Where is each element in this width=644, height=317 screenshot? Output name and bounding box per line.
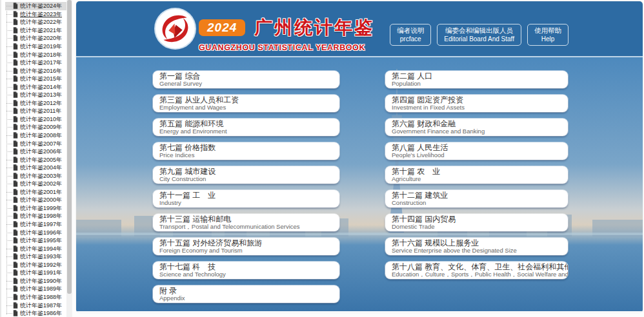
- sidebar-item-yearbook[interactable]: 统计年鉴2006年: [5, 148, 66, 156]
- chapter-button[interactable]: 第三篇 从业人员和工资 Employment and Wages: [153, 95, 339, 112]
- header-button[interactable]: 使用帮助 Help: [527, 24, 569, 46]
- sidebar-item-yearbook[interactable]: 统计年鉴2017年: [5, 59, 66, 67]
- sidebar-item-yearbook[interactable]: 统计年鉴2023年: [5, 10, 66, 19]
- header-button-label-cn: 编委会和编辑出版人员: [444, 26, 514, 35]
- sidebar-item-yearbook[interactable]: 统计年鉴1990年: [5, 277, 66, 285]
- header-button[interactable]: 编委会和编辑出版人员 Editorial Board And Staff: [437, 24, 521, 46]
- sidebar-item-yearbook[interactable]: 统计年鉴2024年: [5, 2, 66, 10]
- document-icon: [13, 75, 18, 82]
- yearbook-item-label: 统计年鉴1996年: [20, 229, 62, 236]
- document-icon: [13, 11, 18, 17]
- chapter-button[interactable]: 第十一篇 工 业 Industry: [153, 190, 339, 207]
- chapter-button[interactable]: 第十三篇 运输和邮电 Transport，Postal and Telecomm…: [153, 214, 339, 231]
- sidebar-item-yearbook[interactable]: 统计年鉴2009年: [5, 123, 66, 131]
- chapter-button[interactable]: 第九篇 城市建设 City Construction: [153, 166, 339, 184]
- sidebar-item-yearbook[interactable]: 统计年鉴1994年: [5, 244, 66, 253]
- document-icon: [13, 189, 18, 195]
- sidebar-item-yearbook[interactable]: 统计年鉴1989年: [5, 285, 66, 293]
- sidebar-item-yearbook[interactable]: 统计年鉴1999年: [5, 204, 66, 213]
- chapter-button[interactable]: 第五篇 能源和环境 Energy and Environment: [153, 119, 339, 136]
- chapter-button[interactable]: 第十四篇 国内贸易 Domestic Trade: [385, 214, 568, 231]
- sidebar-item-yearbook[interactable]: 统计年鉴2007年: [5, 139, 66, 148]
- sidebar-scrollbar-thumb[interactable]: [67, 0, 72, 294]
- sidebar-item-yearbook[interactable]: 统计年鉴1995年: [5, 236, 66, 245]
- sidebar-item-yearbook[interactable]: 统计年鉴1987年: [5, 301, 66, 309]
- document-icon: [13, 180, 18, 187]
- sidebar-item-yearbook[interactable]: 统计年鉴2013年: [5, 91, 66, 99]
- sidebar-item-yearbook[interactable]: 统计年鉴2000年: [5, 196, 66, 204]
- chapter-column-right: 第二篇 人口 Population 第四篇 固定资产投资 Investment …: [385, 71, 568, 279]
- sidebar-item-yearbook[interactable]: 统计年鉴2014年: [5, 82, 66, 91]
- sidebar-item-yearbook[interactable]: 统计年鉴1988年: [5, 293, 66, 302]
- yearbook-item-label: 统计年鉴2000年: [20, 197, 62, 203]
- document-icon: [13, 310, 18, 316]
- yearbook-item-label: 统计年鉴1986年: [20, 310, 62, 316]
- chapter-title-en: Agriculture: [392, 176, 568, 183]
- document-icon: [13, 164, 18, 171]
- chapter-button[interactable]: 第十七篇 科 技 Science and Technology: [153, 262, 339, 279]
- document-icon: [13, 108, 18, 114]
- page-title-cn: 广州统计年鉴: [254, 15, 374, 40]
- chapter-button[interactable]: 第六篇 财政和金融 Government Finance and Banking: [385, 119, 568, 136]
- sidebar-item-yearbook[interactable]: 统计年鉴2016年: [5, 66, 66, 75]
- sidebar-item-yearbook[interactable]: 统计年鉴2004年: [5, 164, 66, 172]
- chapter-button[interactable]: 附 录 Appendix: [153, 285, 339, 303]
- header-button-label-cn: 编者说明: [397, 26, 424, 35]
- sidebar-item-yearbook[interactable]: 统计年鉴2018年: [5, 50, 66, 59]
- sidebar-item-yearbook[interactable]: 统计年鉴2005年: [5, 155, 66, 164]
- document-icon: [13, 132, 18, 139]
- sidebar-item-yearbook[interactable]: 统计年鉴1992年: [5, 261, 66, 269]
- yearbook-item-label: 统计年鉴1994年: [20, 245, 62, 252]
- chapter-button[interactable]: 第一篇 综合 General Survey: [153, 71, 339, 88]
- sidebar-item-yearbook[interactable]: 统计年鉴2003年: [5, 171, 66, 180]
- yearbook-item-label: 统计年鉴1992年: [20, 262, 62, 268]
- yearbook-item-label: 统计年鉴1995年: [20, 237, 62, 244]
- chapter-button[interactable]: 第十八篇 教育、文化、体育、卫生、社会福利和其他 Education，Cultu…: [385, 262, 568, 279]
- main-panel: 2024 广州统计年鉴 GUANGZHOU STATISTICAL YEARBO…: [76, 1, 643, 312]
- chapter-title-en: Population: [392, 81, 568, 88]
- chapter-button[interactable]: 第二篇 人口 Population: [385, 71, 568, 88]
- document-icon: [13, 262, 18, 268]
- yearbook-item-label: 统计年鉴1997年: [20, 221, 62, 227]
- document-icon: [13, 302, 18, 309]
- header-button[interactable]: 编者说明 prcface: [390, 24, 431, 46]
- sidebar-item-yearbook[interactable]: 统计年鉴2011年: [5, 107, 66, 115]
- document-icon: [13, 100, 18, 106]
- sidebar-item-yearbook[interactable]: 统计年鉴1997年: [5, 220, 66, 229]
- yearbook-item-label: 统计年鉴2018年: [20, 52, 62, 58]
- sidebar-item-yearbook[interactable]: 统计年鉴2020年: [5, 34, 66, 43]
- yearbook-item-label: 统计年鉴2010年: [20, 116, 62, 122]
- yearbook-item-label: 统计年鉴2015年: [20, 75, 62, 82]
- chapter-button[interactable]: 第十篇 农 业 Agriculture: [385, 166, 568, 184]
- sidebar-item-yearbook[interactable]: 统计年鉴2022年: [5, 18, 66, 26]
- chapter-button[interactable]: 第十五篇 对外经济贸易和旅游 Foreign Economy and Touri…: [153, 238, 339, 255]
- sidebar-item-yearbook[interactable]: 统计年鉴1986年: [5, 309, 66, 317]
- yearbook-item-label: 统计年鉴2003年: [20, 173, 62, 179]
- sidebar-scrollbar-track[interactable]: [66, 0, 72, 317]
- document-icon: [13, 294, 18, 300]
- chapter-title-en: General Survey: [159, 81, 339, 88]
- yearbook-tree: 统计年鉴2024年 统计年鉴2023年 统计年鉴2022年 统计年鉴2021年 …: [1, 0, 66, 317]
- sidebar-item-yearbook[interactable]: 统计年鉴1998年: [5, 212, 66, 220]
- sidebar-item-yearbook[interactable]: 统计年鉴2001年: [5, 188, 66, 197]
- chapter-button[interactable]: 第十六篇 规模以上服务业 Service Enterprise above th…: [385, 238, 568, 255]
- sidebar-item-yearbook[interactable]: 统计年鉴1993年: [5, 253, 66, 261]
- yearbook-item-label: 统计年鉴2013年: [20, 91, 62, 98]
- sidebar-item-yearbook[interactable]: 统计年鉴2019年: [5, 43, 66, 51]
- chapter-title-en: Foreign Economy and Tourism: [159, 247, 339, 255]
- chapter-button[interactable]: 第四篇 固定资产投资 Investment in Fixed Assets: [385, 95, 568, 112]
- sidebar-item-yearbook[interactable]: 统计年鉴2021年: [5, 26, 66, 35]
- chapter-button[interactable]: 第八篇 人民生活 People's Livelihood: [385, 142, 568, 160]
- sidebar-item-yearbook[interactable]: 统计年鉴2010年: [5, 115, 66, 124]
- yearbook-item-label: 统计年鉴1993年: [20, 253, 62, 260]
- sidebar-item-yearbook[interactable]: 统计年鉴1991年: [5, 269, 66, 277]
- sidebar-item-yearbook[interactable]: 统计年鉴2002年: [5, 180, 66, 188]
- sidebar-item-yearbook[interactable]: 统计年鉴2015年: [5, 75, 66, 83]
- chapter-button[interactable]: 第七篇 价格指数 Price Indices: [153, 142, 339, 160]
- sidebar-item-yearbook[interactable]: 统计年鉴1996年: [5, 228, 66, 236]
- document-icon: [13, 35, 18, 41]
- sidebar-item-yearbook[interactable]: 统计年鉴2008年: [5, 131, 66, 140]
- sidebar-item-yearbook[interactable]: 统计年鉴2012年: [5, 99, 66, 108]
- chapter-button[interactable]: 第十二篇 建筑业 Construction: [385, 190, 568, 207]
- chapter-title-en: Price Indices: [159, 152, 339, 159]
